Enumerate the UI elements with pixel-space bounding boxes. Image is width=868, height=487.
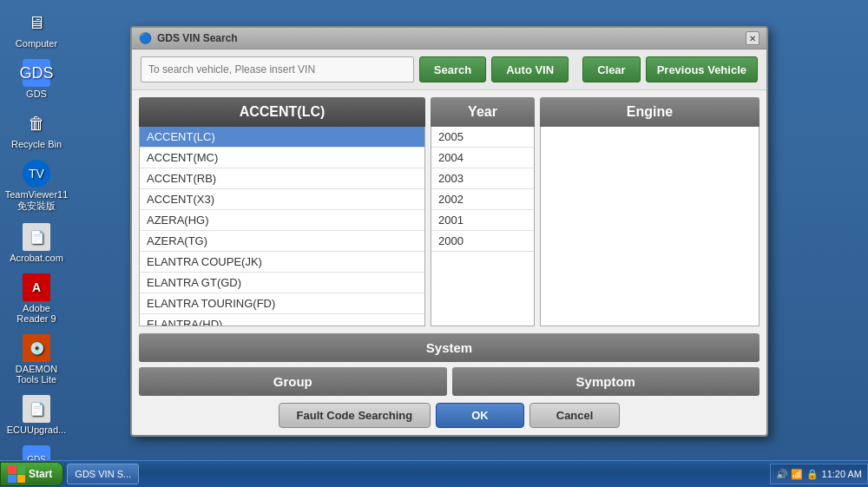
list-item[interactable]: ELANTRA(HD) [140, 314, 424, 326]
icon-label: DAEMON Tools Lite [9, 364, 64, 385]
list-item[interactable]: ACCENT(X3) [140, 189, 424, 210]
icon-label: Computer [16, 38, 57, 49]
clock: 11:20 AM [822, 469, 862, 479]
system-label: System [139, 333, 760, 362]
year-item[interactable]: 2000 [431, 231, 534, 252]
year-item[interactable]: 2004 [431, 148, 534, 168]
engine-list[interactable] [540, 127, 760, 326]
list-item[interactable]: ELANTRA TOURING(FD) [140, 293, 424, 314]
recycle-icon: 🗑 [23, 109, 50, 137]
gds-icon: GDS [23, 59, 50, 87]
group-button[interactable]: Group [139, 367, 447, 396]
main-content: ACCENT(LC) ACCENT(LC) ACCENT(MC) ACCENT(… [132, 90, 766, 333]
desktop-icon-ecu[interactable]: 📄 ECUUpgrad... [9, 395, 64, 435]
list-item[interactable]: AZERA(TG) [140, 231, 424, 252]
win-logo-q2 [17, 465, 26, 474]
windows-logo [8, 465, 25, 483]
year-list[interactable]: 2005 2004 2003 2002 2001 2000 [431, 127, 535, 326]
search-button[interactable]: Search [419, 56, 486, 82]
dialog-icon: 🔵 [139, 32, 152, 44]
icon-label: Acrobat.com [10, 253, 63, 263]
year-item[interactable]: 2002 [431, 189, 534, 210]
action-row: Fault Code Searching OK Cancel [139, 403, 760, 428]
previous-vehicle-button[interactable]: Previous Vehicle [646, 56, 758, 82]
win-logo-q1 [8, 465, 16, 474]
list-item[interactable]: ELANTRA COUPE(JK) [140, 252, 424, 273]
year-header: Year [431, 97, 535, 127]
year-item[interactable]: 2005 [431, 127, 534, 148]
group-symptom-row: Group Symptom [139, 367, 760, 396]
system-tray: 🔊 📶 🔒 11:20 AM [770, 464, 868, 484]
icon-label: ECUUpgrad... [7, 424, 66, 435]
icon-label: Recycle Bin [11, 139, 62, 149]
list-item[interactable]: ACCENT(MC) [140, 148, 424, 168]
desktop-icon-acrobat[interactable]: 📄 Acrobat.com [9, 223, 64, 263]
cancel-button[interactable]: Cancel [529, 403, 621, 428]
icon-label: GDS [26, 89, 47, 99]
taskbar: Start GDS VIN S... 🔊 📶 🔒 11:20 AM [0, 460, 868, 487]
desktop-icon-adobe[interactable]: A Adobe Reader 9 [9, 273, 64, 324]
start-button[interactable]: Start [0, 462, 63, 486]
win-logo-q4 [17, 475, 26, 484]
acrobat-icon: 📄 [23, 223, 50, 251]
search-bar: Search Auto VIN Clear Previous Vehicle [132, 49, 766, 90]
tray-icons: 🔊 📶 🔒 [776, 469, 818, 480]
vehicle-panel: ACCENT(LC) ACCENT(LC) ACCENT(MC) ACCENT(… [139, 97, 425, 326]
win-logo-q3 [8, 475, 16, 484]
bottom-section: System Group Symptom Fault Code Searchin… [132, 333, 766, 435]
clear-button[interactable]: Clear [582, 56, 641, 82]
vin-input[interactable] [141, 56, 414, 82]
desktop-icons: 🖥 Computer GDS GDS 🗑 Recycle Bin TV Team… [9, 9, 64, 487]
taskbar-item-gds[interactable]: GDS VIN S... [67, 464, 139, 484]
computer-icon: 🖥 [23, 9, 50, 36]
dialog-titlebar: 🔵 GDS VIN Search ✕ [132, 28, 766, 49]
start-label: Start [29, 468, 52, 480]
list-item[interactable]: ACCENT(RB) [140, 168, 424, 189]
ecu-icon: 📄 [23, 395, 50, 423]
engine-header: Engine [540, 97, 760, 127]
desktop-icon-teamviewer[interactable]: TV TeamViewer11免安裝版 [9, 160, 64, 213]
icon-label: Adobe Reader 9 [9, 303, 64, 324]
list-item[interactable]: ACCENT(LC) [140, 127, 424, 148]
list-item[interactable]: ELANTRA GT(GD) [140, 273, 424, 293]
desktop-icon-recycle[interactable]: 🗑 Recycle Bin [9, 109, 64, 149]
desktop: 🖥 Computer GDS GDS 🗑 Recycle Bin TV Team… [0, 0, 868, 460]
taskbar-items: GDS VIN S... [67, 464, 770, 484]
list-item[interactable]: AZERA(HG) [140, 210, 424, 231]
vehicle-header: ACCENT(LC) [139, 97, 425, 127]
year-panel: Year 2005 2004 2003 2002 2001 2000 [431, 97, 535, 326]
year-item[interactable]: 2001 [431, 210, 534, 231]
engine-panel: Engine [540, 97, 760, 326]
icon-label: TeamViewer11免安裝版 [5, 189, 69, 213]
year-item[interactable]: 2003 [431, 168, 534, 189]
desktop-icon-daemon[interactable]: 💿 DAEMON Tools Lite [9, 334, 64, 385]
auto-vin-button[interactable]: Auto VIN [491, 56, 569, 82]
dialog-title-text: GDS VIN Search [157, 32, 238, 44]
ok-button[interactable]: OK [436, 403, 524, 428]
fault-code-button[interactable]: Fault Code Searching [279, 403, 431, 428]
teamviewer-icon: TV [23, 160, 50, 188]
adobe-icon: A [23, 273, 50, 301]
vehicle-list[interactable]: ACCENT(LC) ACCENT(MC) ACCENT(RB) ACCENT(… [139, 127, 425, 326]
dialog-close-button[interactable]: ✕ [746, 31, 760, 45]
gds-vin-dialog: 🔵 GDS VIN Search ✕ Search Auto VIN Clear… [130, 26, 768, 437]
desktop-icon-gds[interactable]: GDS GDS [9, 59, 64, 99]
taskbar-item-label: GDS VIN S... [75, 469, 131, 479]
desktop-icon-computer[interactable]: 🖥 Computer [9, 9, 64, 49]
symptom-button[interactable]: Symptom [452, 367, 760, 396]
dialog-title: 🔵 GDS VIN Search [139, 32, 238, 44]
daemon-icon: 💿 [23, 334, 50, 362]
